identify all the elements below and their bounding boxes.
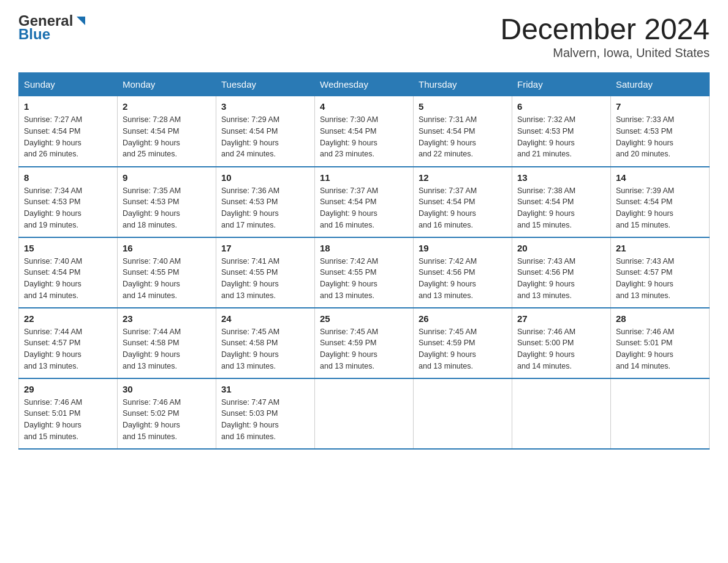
- calendar-cell: 18 Sunrise: 7:42 AM Sunset: 4:55 PM Dayl…: [315, 237, 414, 308]
- day-info: Sunrise: 7:43 AM Sunset: 4:56 PM Dayligh…: [517, 256, 605, 302]
- calendar-cell: 29 Sunrise: 7:46 AM Sunset: 5:01 PM Dayl…: [19, 378, 118, 449]
- day-number: 30: [123, 384, 211, 394]
- day-number: 16: [123, 243, 211, 253]
- calendar-cell: 3 Sunrise: 7:29 AM Sunset: 4:54 PM Dayli…: [216, 96, 315, 167]
- day-info: Sunrise: 7:27 AM Sunset: 4:54 PM Dayligh…: [24, 114, 112, 160]
- calendar-cell: 5 Sunrise: 7:31 AM Sunset: 4:54 PM Dayli…: [414, 96, 512, 167]
- day-info: Sunrise: 7:46 AM Sunset: 5:01 PM Dayligh…: [616, 326, 704, 372]
- header-sunday: Sunday: [19, 73, 118, 96]
- day-number: 9: [123, 172, 211, 183]
- header-monday: Monday: [118, 73, 216, 96]
- day-number: 18: [320, 243, 408, 253]
- day-info: Sunrise: 7:28 AM Sunset: 4:54 PM Dayligh…: [123, 114, 211, 160]
- week-row-1: 1 Sunrise: 7:27 AM Sunset: 4:54 PM Dayli…: [19, 96, 710, 167]
- day-number: 20: [517, 243, 605, 253]
- calendar-cell: 19 Sunrise: 7:42 AM Sunset: 4:56 PM Dayl…: [414, 237, 512, 308]
- day-number: 25: [320, 313, 408, 324]
- header-saturday: Saturday: [611, 73, 710, 96]
- calendar-cell: 17 Sunrise: 7:41 AM Sunset: 4:55 PM Dayl…: [216, 237, 315, 308]
- day-info: Sunrise: 7:37 AM Sunset: 4:54 PM Dayligh…: [419, 185, 507, 231]
- calendar-cell: 28 Sunrise: 7:46 AM Sunset: 5:01 PM Dayl…: [611, 308, 710, 378]
- day-number: 7: [616, 101, 704, 112]
- day-number: 3: [221, 101, 309, 112]
- logo-blue: Blue: [18, 26, 50, 43]
- calendar-cell: 4 Sunrise: 7:30 AM Sunset: 4:54 PM Dayli…: [315, 96, 414, 167]
- calendar-cell: 13 Sunrise: 7:38 AM Sunset: 4:54 PM Dayl…: [512, 167, 611, 237]
- calendar-cell: 9 Sunrise: 7:35 AM Sunset: 4:53 PM Dayli…: [118, 167, 216, 237]
- day-info: Sunrise: 7:38 AM Sunset: 4:54 PM Dayligh…: [517, 185, 605, 231]
- day-info: Sunrise: 7:31 AM Sunset: 4:54 PM Dayligh…: [419, 114, 507, 160]
- calendar-table: SundayMondayTuesdayWednesdayThursdayFrid…: [18, 72, 710, 450]
- calendar-cell: 8 Sunrise: 7:34 AM Sunset: 4:53 PM Dayli…: [19, 167, 118, 237]
- day-number: 10: [221, 172, 309, 183]
- calendar-cell: [315, 378, 414, 449]
- day-info: Sunrise: 7:46 AM Sunset: 5:00 PM Dayligh…: [517, 326, 605, 372]
- week-row-4: 22 Sunrise: 7:44 AM Sunset: 4:57 PM Dayl…: [19, 308, 710, 378]
- day-number: 6: [517, 101, 605, 112]
- day-info: Sunrise: 7:33 AM Sunset: 4:53 PM Dayligh…: [616, 114, 704, 160]
- calendar-cell: 6 Sunrise: 7:32 AM Sunset: 4:53 PM Dayli…: [512, 96, 611, 167]
- day-info: Sunrise: 7:44 AM Sunset: 4:57 PM Dayligh…: [24, 326, 112, 372]
- calendar-cell: [414, 378, 512, 449]
- page-title: December 2024: [500, 12, 710, 46]
- day-info: Sunrise: 7:40 AM Sunset: 4:54 PM Dayligh…: [24, 256, 112, 302]
- day-number: 24: [221, 313, 309, 324]
- day-number: 11: [320, 172, 408, 183]
- day-info: Sunrise: 7:37 AM Sunset: 4:54 PM Dayligh…: [320, 185, 408, 231]
- day-info: Sunrise: 7:39 AM Sunset: 4:54 PM Dayligh…: [616, 185, 704, 231]
- week-row-2: 8 Sunrise: 7:34 AM Sunset: 4:53 PM Dayli…: [19, 167, 710, 237]
- calendar-cell: 14 Sunrise: 7:39 AM Sunset: 4:54 PM Dayl…: [611, 167, 710, 237]
- calendar-cell: 16 Sunrise: 7:40 AM Sunset: 4:55 PM Dayl…: [118, 237, 216, 308]
- day-number: 21: [616, 243, 704, 253]
- day-number: 22: [24, 313, 112, 324]
- day-number: 26: [419, 313, 507, 324]
- day-info: Sunrise: 7:30 AM Sunset: 4:54 PM Dayligh…: [320, 114, 408, 160]
- calendar-cell: 2 Sunrise: 7:28 AM Sunset: 4:54 PM Dayli…: [118, 96, 216, 167]
- day-info: Sunrise: 7:46 AM Sunset: 5:02 PM Dayligh…: [123, 397, 211, 443]
- calendar-header-row: SundayMondayTuesdayWednesdayThursdayFrid…: [19, 73, 710, 96]
- calendar-cell: 25 Sunrise: 7:45 AM Sunset: 4:59 PM Dayl…: [315, 308, 414, 378]
- day-info: Sunrise: 7:45 AM Sunset: 4:59 PM Dayligh…: [320, 326, 408, 372]
- day-info: Sunrise: 7:46 AM Sunset: 5:01 PM Dayligh…: [24, 397, 112, 443]
- header-thursday: Thursday: [414, 73, 512, 96]
- day-info: Sunrise: 7:45 AM Sunset: 4:59 PM Dayligh…: [419, 326, 507, 372]
- logo: General Blue: [18, 12, 88, 43]
- calendar-cell: 30 Sunrise: 7:46 AM Sunset: 5:02 PM Dayl…: [118, 378, 216, 449]
- title-block: December 2024 Malvern, Iowa, United Stat…: [500, 12, 710, 60]
- calendar-cell: 22 Sunrise: 7:44 AM Sunset: 4:57 PM Dayl…: [19, 308, 118, 378]
- calendar-cell: 15 Sunrise: 7:40 AM Sunset: 4:54 PM Dayl…: [19, 237, 118, 308]
- day-number: 17: [221, 243, 309, 253]
- header-friday: Friday: [512, 73, 611, 96]
- day-info: Sunrise: 7:44 AM Sunset: 4:58 PM Dayligh…: [123, 326, 211, 372]
- calendar-cell: 27 Sunrise: 7:46 AM Sunset: 5:00 PM Dayl…: [512, 308, 611, 378]
- week-row-5: 29 Sunrise: 7:46 AM Sunset: 5:01 PM Dayl…: [19, 378, 710, 449]
- day-info: Sunrise: 7:41 AM Sunset: 4:55 PM Dayligh…: [221, 256, 309, 302]
- day-info: Sunrise: 7:45 AM Sunset: 4:58 PM Dayligh…: [221, 326, 309, 372]
- day-number: 29: [24, 384, 112, 394]
- day-number: 1: [24, 101, 112, 112]
- day-info: Sunrise: 7:47 AM Sunset: 5:03 PM Dayligh…: [221, 397, 309, 443]
- day-number: 27: [517, 313, 605, 324]
- week-row-3: 15 Sunrise: 7:40 AM Sunset: 4:54 PM Dayl…: [19, 237, 710, 308]
- day-info: Sunrise: 7:32 AM Sunset: 4:53 PM Dayligh…: [517, 114, 605, 160]
- day-info: Sunrise: 7:36 AM Sunset: 4:53 PM Dayligh…: [221, 185, 309, 231]
- day-number: 2: [123, 101, 211, 112]
- day-number: 19: [419, 243, 507, 253]
- logo-arrow-icon: [74, 14, 88, 28]
- calendar-cell: 11 Sunrise: 7:37 AM Sunset: 4:54 PM Dayl…: [315, 167, 414, 237]
- page-subtitle: Malvern, Iowa, United States: [500, 46, 710, 60]
- day-number: 4: [320, 101, 408, 112]
- day-number: 15: [24, 243, 112, 253]
- day-number: 8: [24, 172, 112, 183]
- page-header: General Blue December 2024 Malvern, Iowa…: [18, 12, 710, 60]
- calendar-cell: 10 Sunrise: 7:36 AM Sunset: 4:53 PM Dayl…: [216, 167, 315, 237]
- header-tuesday: Tuesday: [216, 73, 315, 96]
- day-info: Sunrise: 7:35 AM Sunset: 4:53 PM Dayligh…: [123, 185, 211, 231]
- day-info: Sunrise: 7:42 AM Sunset: 4:56 PM Dayligh…: [419, 256, 507, 302]
- calendar-cell: 21 Sunrise: 7:43 AM Sunset: 4:57 PM Dayl…: [611, 237, 710, 308]
- header-wednesday: Wednesday: [315, 73, 414, 96]
- calendar-cell: 26 Sunrise: 7:45 AM Sunset: 4:59 PM Dayl…: [414, 308, 512, 378]
- calendar-cell: 12 Sunrise: 7:37 AM Sunset: 4:54 PM Dayl…: [414, 167, 512, 237]
- calendar-cell: 1 Sunrise: 7:27 AM Sunset: 4:54 PM Dayli…: [19, 96, 118, 167]
- calendar-cell: 24 Sunrise: 7:45 AM Sunset: 4:58 PM Dayl…: [216, 308, 315, 378]
